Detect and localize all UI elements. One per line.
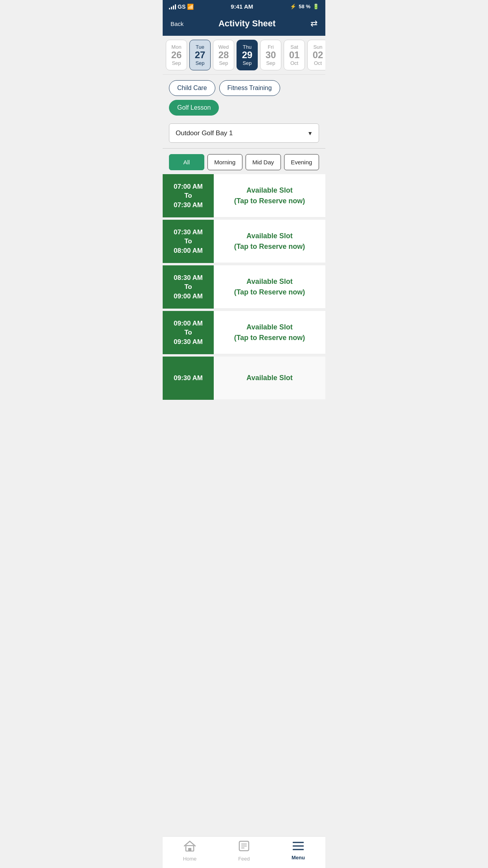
category-btn-fitness-training[interactable]: Fitness Training [219,80,280,96]
day-month: Sep [219,60,228,66]
day-name: Sat [290,44,298,50]
wifi-icon: 📶 [187,4,194,10]
day-num: 26 [171,50,182,60]
slot-available-label: Available Slot(Tap to Reserve now) [234,276,305,298]
day-num: 28 [218,50,229,60]
day-name: Tue [196,44,204,50]
day-name: Thu [243,44,251,50]
day-name: Fri [268,44,273,50]
status-bar: GS 📶 9:41 AM ⚡ 58 % 🔋 [163,0,325,13]
location-dropdown[interactable]: Outdoor Golf Bay 1Outdoor Golf Bay 2Indo… [169,123,319,143]
slot-available-label: Available Slot(Tap to Reserve now) [234,231,305,252]
dropdown-section: Outdoor Golf Bay 1Outdoor Golf Bay 2Indo… [163,120,325,149]
calendar-day-sat01[interactable]: Sat 01 Oct [284,40,305,70]
page-title: Activity Sheet [218,18,276,29]
slot-time: 09:30 AM [163,357,214,400]
filter-tab-midday[interactable]: Mid Day [246,154,281,170]
day-num: 01 [289,50,300,60]
carrier-label: GS [178,4,185,10]
calendar-day-wed28[interactable]: Wed 28 Sep [213,40,234,70]
day-month: Sep [266,60,275,66]
category-btn-golf-lesson[interactable]: Golf Lesson [169,100,219,116]
app-header: Back Activity Sheet ⇄ [163,13,325,36]
slot-row[interactable]: 09:30 AMAvailable Slot [163,357,325,400]
slot-row[interactable]: 08:30 AM To 09:00 AMAvailable Slot(Tap t… [163,265,325,309]
bluetooth-icon: ⚡ [290,4,296,9]
slot-time: 07:30 AM To 08:00 AM [163,220,214,263]
category-section: Child CareFitness TrainingGolf Lesson [163,75,325,120]
day-num: 27 [195,50,205,60]
slots-container: 07:00 AM To 07:30 AMAvailable Slot(Tap t… [163,174,325,434]
slot-time: 08:30 AM To 09:00 AM [163,265,214,309]
battery-percent: 58 % [299,4,310,9]
slot-time: 07:00 AM To 07:30 AM [163,174,214,217]
day-num: 02 [313,50,323,60]
slot-content[interactable]: Available Slot(Tap to Reserve now) [214,174,325,217]
slot-content[interactable]: Available Slot(Tap to Reserve now) [214,311,325,354]
day-month: Oct [290,60,298,66]
calendar-day-thu29[interactable]: Thu 29 Sep [237,40,258,70]
status-time: 9:41 AM [231,3,253,10]
calendar-day-mon26[interactable]: Mon 26 Sep [166,40,187,70]
slot-row[interactable]: 09:00 AM To 09:30 AMAvailable Slot(Tap t… [163,311,325,354]
signal-icon [169,4,176,9]
day-month: Sep [195,60,204,66]
slot-row[interactable]: 07:00 AM To 07:30 AMAvailable Slot(Tap t… [163,174,325,217]
slot-row[interactable]: 07:30 AM To 08:00 AMAvailable Slot(Tap t… [163,220,325,263]
day-num: 30 [266,50,276,60]
slot-content[interactable]: Available Slot [214,357,325,400]
calendar-strip: Mon 26 Sep Tue 27 Sep Wed 28 Sep Thu 29 … [163,36,325,75]
location-dropdown-wrapper: Outdoor Golf Bay 1Outdoor Golf Bay 2Indo… [169,123,319,143]
day-num: 29 [242,50,253,60]
day-month: Oct [314,60,322,66]
back-button[interactable]: Back [171,20,183,27]
day-name: Mon [171,44,181,50]
status-left: GS 📶 [169,4,194,10]
filter-tabs: AllMorningMid DayEvening [163,149,325,174]
filter-tab-morning[interactable]: Morning [207,154,243,170]
slot-content[interactable]: Available Slot(Tap to Reserve now) [214,220,325,263]
day-month: Sep [172,60,181,66]
filter-tab-all[interactable]: All [169,154,204,170]
day-month: Sep [242,60,251,66]
slot-available-label: Available Slot(Tap to Reserve now) [234,185,305,206]
filter-tab-evening[interactable]: Evening [284,154,319,170]
calendar-day-tue27[interactable]: Tue 27 Sep [189,40,211,70]
battery-icon: 🔋 [313,4,319,9]
slot-available-label: Available Slot [246,373,292,383]
slot-available-label: Available Slot(Tap to Reserve now) [234,322,305,343]
slot-content[interactable]: Available Slot(Tap to Reserve now) [214,265,325,309]
calendar-day-sun02[interactable]: Sun 02 Oct [307,40,325,70]
slot-time: 09:00 AM To 09:30 AM [163,311,214,354]
status-right: ⚡ 58 % 🔋 [290,4,319,9]
calendar-day-fri30[interactable]: Fri 30 Sep [260,40,281,70]
day-name: Wed [218,44,229,50]
category-btn-child-care[interactable]: Child Care [169,80,215,96]
swap-icon[interactable]: ⇄ [310,18,317,29]
day-name: Sun [313,44,322,50]
